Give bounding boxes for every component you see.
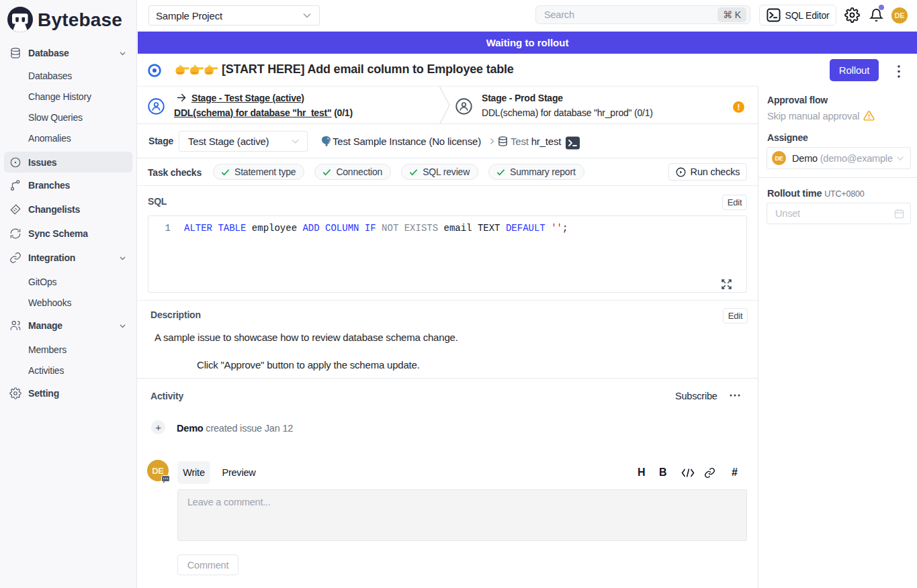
svg-text:Bytebase: Bytebase — [38, 9, 122, 30]
